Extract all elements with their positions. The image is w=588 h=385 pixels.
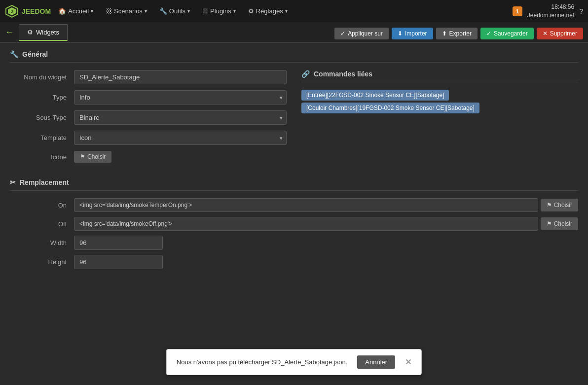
off-row: Off ⚑ Choisir xyxy=(10,217,578,231)
nom-row: Nom du widget xyxy=(10,70,287,84)
importer-button[interactable]: ⬇ Importer xyxy=(392,28,433,39)
template-select[interactable]: Icon xyxy=(74,131,287,145)
nav-home[interactable]: 🏠 Accueil ▾ xyxy=(53,4,98,18)
nom-input[interactable] xyxy=(74,70,287,84)
notification-badge[interactable]: 1 xyxy=(513,6,522,16)
commandes-section-header: 🔗 Commandes liées xyxy=(301,70,578,82)
brand-logo[interactable]: J JEEDOM xyxy=(5,4,51,18)
navbar: J JEEDOM 🏠 Accueil ▾ ⛓ Scénarios ▾ 🔧 Out… xyxy=(0,0,588,22)
off-label: Off xyxy=(10,220,74,228)
list-icon: ☰ xyxy=(202,7,208,15)
tools-icon: 🔧 xyxy=(159,7,167,15)
scenarios-icon: ⛓ xyxy=(106,7,112,15)
off-choisir-button[interactable]: ⚑ Choisir xyxy=(541,217,578,230)
alert-close-icon[interactable]: ✕ xyxy=(405,357,411,367)
on-input[interactable] xyxy=(74,198,538,212)
action-bar: ✓ Appliquer sur ⬇ Importer ⬆ Exporter ✓ … xyxy=(334,28,583,39)
on-label: On xyxy=(10,202,74,209)
tab-widgets[interactable]: ⚙ Widgets xyxy=(19,24,68,41)
on-row: On ⚑ Choisir xyxy=(10,198,578,212)
flag-icon: ⚑ xyxy=(547,220,552,227)
width-row: Width xyxy=(10,236,578,250)
commande-item-1[interactable]: [Entrée][22FGSD-002 Smoke Sensor CE][Sab… xyxy=(301,90,449,101)
caret-icon: ▾ xyxy=(285,8,288,14)
flag-icon: ⚑ xyxy=(547,202,552,209)
template-select-wrapper: Icon ▾ xyxy=(74,131,287,145)
remplacement-section-header: ✂ Remplacement xyxy=(10,178,578,191)
navbar-right: 1 18:48:56 Jeedom.ienne.net ? xyxy=(513,3,583,20)
widgets-tab-icon: ⚙ xyxy=(27,29,33,36)
help-icon[interactable]: ? xyxy=(579,7,583,15)
type-select-wrapper: Info ▾ xyxy=(74,90,287,105)
settings-icon: ⚙ xyxy=(248,7,254,15)
navbar-left: J JEEDOM 🏠 Accueil ▾ ⛓ Scénarios ▾ 🔧 Out… xyxy=(5,4,293,18)
soustype-row: Sous-Type Binaire ▾ xyxy=(10,110,287,125)
alert-cancel-button[interactable]: Annuler xyxy=(357,355,395,369)
nom-label: Nom du widget xyxy=(10,73,74,81)
exporter-button[interactable]: ⬆ Exporter xyxy=(436,28,478,39)
appliquer-button[interactable]: ✓ Appliquer sur xyxy=(334,28,389,39)
type-select[interactable]: Info xyxy=(74,90,287,105)
width-label: Width xyxy=(10,239,74,246)
left-column: Nom du widget Type Info ▾ Sous-Type B xyxy=(10,70,287,169)
delete-icon: ✕ xyxy=(543,30,548,37)
jeedom-logo-icon: J xyxy=(5,4,19,18)
save-icon: ✓ xyxy=(486,30,491,37)
right-column: 🔗 Commandes liées [Entrée][22FGSD-002 Sm… xyxy=(301,70,578,169)
flag-icon: ⚑ xyxy=(80,153,85,160)
height-label: Height xyxy=(10,258,74,266)
icone-row: Icône ⚑ Choisir xyxy=(10,151,287,163)
export-icon: ⬆ xyxy=(442,30,447,37)
nav-scenarios[interactable]: ⛓ Scénarios ▾ xyxy=(101,4,152,18)
navbar-time-display: 18:48:56 xyxy=(527,3,574,11)
sauvegarder-button[interactable]: ✓ Sauvegarder xyxy=(480,28,534,39)
soustype-select[interactable]: Binaire xyxy=(74,110,287,125)
height-input[interactable] xyxy=(74,255,163,269)
back-button[interactable]: ← xyxy=(5,27,14,37)
check-icon: ✓ xyxy=(340,30,345,37)
remplacement-section: ✂ Remplacement On ⚑ Choisir Off ⚑ Choisi… xyxy=(10,178,578,269)
main-content: 🔧 Général Nom du widget Type Info ▾ xyxy=(0,43,588,281)
content-row: Nom du widget Type Info ▾ Sous-Type B xyxy=(10,70,578,169)
soustype-select-wrapper: Binaire ▾ xyxy=(74,110,287,125)
icone-choisir-button[interactable]: ⚑ Choisir xyxy=(74,151,111,163)
alert-message: Nous n'avons pas pu télécharger SD_Alert… xyxy=(177,358,347,366)
svg-text:J: J xyxy=(11,9,13,14)
brand-name: JEEDOM xyxy=(22,7,51,15)
soustype-label: Sous-Type xyxy=(10,114,74,121)
caret-icon: ▾ xyxy=(233,8,236,14)
width-input[interactable] xyxy=(74,236,163,250)
caret-icon: ▾ xyxy=(187,8,190,14)
navbar-datetime: 18:48:56 Jeedom.ienne.net xyxy=(527,3,574,20)
home-icon: 🏠 xyxy=(58,7,66,15)
navbar-host: Jeedom.ienne.net xyxy=(527,11,574,20)
on-choisir-button[interactable]: ⚑ Choisir xyxy=(541,199,578,211)
general-section-header: 🔧 Général xyxy=(10,50,578,63)
type-label: Type xyxy=(10,94,74,101)
bottom-alert: Nous n'avons pas pu télécharger SD_Alert… xyxy=(166,349,422,375)
replace-icon: ✂ xyxy=(10,178,16,186)
caret-icon: ▾ xyxy=(145,8,147,14)
commande-item-2[interactable]: [Couloir Chambres][19FGSD-002 Smoke Sens… xyxy=(301,103,479,113)
nav-plugins[interactable]: ☰ Plugins ▾ xyxy=(197,4,241,18)
icone-label: Icône xyxy=(10,153,74,161)
link-icon: 🔗 xyxy=(301,70,310,78)
nav-reglages[interactable]: ⚙ Réglages ▾ xyxy=(243,4,293,18)
commandes-list: [Entrée][22FGSD-002 Smoke Sensor CE][Sab… xyxy=(301,90,578,115)
nav-outils[interactable]: 🔧 Outils ▾ xyxy=(154,4,195,18)
import-icon: ⬇ xyxy=(398,30,403,37)
height-row: Height xyxy=(10,255,578,269)
wrench-icon: 🔧 xyxy=(10,50,18,58)
template-row: Template Icon ▾ xyxy=(10,131,287,145)
template-label: Template xyxy=(10,134,74,141)
supprimer-button[interactable]: ✕ Supprimer xyxy=(537,28,583,39)
off-input[interactable] xyxy=(74,217,538,231)
caret-icon: ▾ xyxy=(91,8,93,14)
type-row: Type Info ▾ xyxy=(10,90,287,105)
